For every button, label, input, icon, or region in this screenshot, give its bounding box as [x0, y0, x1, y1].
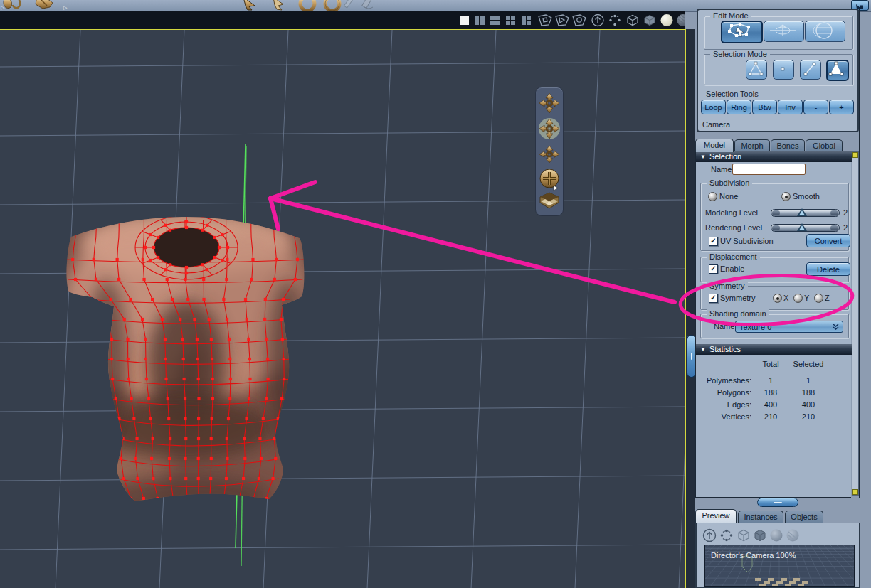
symmetry-group: Symmetry ✓ Symmetry X Y Z — [700, 286, 849, 310]
symmetry-z-label: Z — [825, 294, 830, 302]
scrollbar-down-arrow[interactable] — [852, 489, 858, 495]
selection-mode-group: Selection Mode — [704, 54, 853, 85]
layout-two-pane-icon[interactable] — [475, 16, 485, 25]
camera-orbit-icon[interactable] — [539, 118, 560, 139]
panel-scrollbar[interactable] — [852, 151, 859, 496]
symmetry-x-radio[interactable] — [773, 294, 782, 303]
tab-instances[interactable]: Instances — [738, 511, 783, 523]
camera-reference-cube-icon[interactable] — [540, 193, 559, 208]
3d-viewport[interactable] — [0, 29, 685, 588]
add-button-label: + — [839, 103, 843, 112]
rendering-level-slider[interactable] — [771, 224, 840, 232]
statistics-section-header[interactable]: ▼Statistics — [696, 344, 852, 355]
selection-section-header[interactable]: ▼Selection — [696, 151, 852, 162]
uv-subdivision-checkbox[interactable]: ✓ — [709, 237, 718, 246]
tool-flyout-arrow-icon[interactable] — [554, 186, 558, 191]
camera-shield-2-icon[interactable] — [556, 15, 569, 26]
solid-cube-icon[interactable] — [755, 530, 765, 541]
stats-row-label: Edges: — [696, 400, 751, 409]
displacement-enable-checkbox[interactable]: ✓ — [709, 264, 718, 274]
camera-shield-3-icon[interactable] — [573, 15, 586, 26]
ring-button-label: Ring — [731, 103, 747, 112]
selection-mode-edge-button[interactable] — [800, 60, 821, 80]
orbit-rotate-icon[interactable] — [609, 15, 620, 26]
stats-row-label: Polygons: — [696, 388, 751, 397]
rotate-tool-icon[interactable] — [4, 0, 20, 9]
tab-preview[interactable]: Preview — [695, 509, 737, 523]
invert-button[interactable]: Inv — [778, 100, 803, 114]
edit-mode-animation-button[interactable] — [764, 21, 804, 42]
solid-cube-icon[interactable] — [645, 16, 655, 26]
vertical-splitter[interactable] — [685, 29, 695, 588]
ring-button[interactable]: Ring — [727, 100, 751, 114]
orbit-rotate-icon[interactable] — [721, 530, 733, 542]
textured-sphere-icon[interactable] — [787, 530, 799, 542]
delete-button[interactable]: Delete — [806, 262, 850, 276]
collapse-triangle-icon[interactable]: ▼ — [700, 154, 706, 160]
cursor-select-icon[interactable] — [243, 0, 255, 10]
edit-mode-vertex-modeling-button[interactable] — [721, 21, 763, 43]
displacement-group: Displacement ✓ Enable Delete — [700, 257, 849, 282]
camera-track-icon[interactable] — [539, 146, 559, 163]
up-arrow-circle-icon[interactable] — [704, 530, 716, 542]
uv-subdivision-label: UV Subdivision — [720, 237, 774, 245]
up-arrow-circle-icon[interactable] — [592, 15, 603, 26]
selection-mode-polygon-button[interactable] — [826, 60, 849, 81]
preview-viewport[interactable]: Director's Camera 100% — [704, 545, 855, 587]
tab-global[interactable]: Global — [806, 139, 843, 152]
camera-section-label: Camera — [702, 120, 730, 129]
modeling-tool-panel: Edit Mode — [697, 9, 859, 132]
selection-name-input[interactable] — [732, 164, 806, 175]
tab-objects[interactable]: Objects — [785, 511, 823, 523]
convert-button[interactable]: Convert — [806, 234, 850, 247]
vertex-select-icon — [774, 60, 792, 77]
knife-tool-icon[interactable] — [344, 0, 354, 8]
symmetry-checkbox[interactable]: ✓ — [709, 294, 718, 303]
between-button[interactable]: Btw — [752, 100, 777, 114]
camera-pan-icon[interactable] — [539, 93, 559, 113]
symmetry-y-label: Y — [804, 294, 809, 302]
modeling-level-slider[interactable] — [771, 209, 840, 217]
selection-mode-vertex-button[interactable] — [773, 60, 794, 80]
flyout-arrow-icon[interactable]: ▷ — [1, 5, 4, 11]
loop-button-label: Loop — [704, 103, 722, 112]
scrollbar-up-arrow[interactable] — [852, 152, 858, 158]
layout-four-pane-icon[interactable] — [506, 16, 515, 25]
flyout-arrow-icon[interactable]: ▷ — [63, 5, 67, 11]
tab-morph[interactable]: Morph — [734, 139, 770, 152]
shading-domain-label: Shading domain — [707, 309, 769, 319]
collapse-triangle-icon[interactable]: ▼ — [700, 346, 706, 353]
displacement-enable-label: Enable — [720, 264, 744, 273]
shaded-sphere-icon[interactable] — [771, 530, 783, 542]
ring-3d-alt-icon[interactable] — [325, 0, 339, 11]
layout-custom-icon[interactable] — [522, 16, 531, 25]
move-tool-icon[interactable] — [36, 0, 53, 9]
symmetry-y-radio[interactable] — [793, 294, 803, 303]
layout-three-pane-icon[interactable] — [490, 16, 500, 25]
tab-model[interactable]: Model — [695, 139, 734, 152]
shaded-sphere-icon[interactable] — [661, 14, 673, 26]
wire-cube-icon[interactable] — [628, 16, 638, 26]
selection-header-label: Selection — [709, 152, 741, 161]
subdivision-smooth-radio[interactable] — [781, 192, 791, 201]
layout-single-icon[interactable] — [460, 16, 469, 25]
edit-mode-uv-mapping-button[interactable] — [805, 21, 845, 42]
horizontal-splitter-handle[interactable] — [757, 498, 798, 507]
add-selection-button[interactable]: + — [829, 100, 854, 114]
wire-cube-icon[interactable] — [739, 530, 749, 541]
camera-dolly-icon[interactable] — [540, 169, 559, 188]
cursor-direct-icon[interactable] — [273, 0, 283, 10]
loop-button[interactable]: Loop — [701, 100, 726, 114]
camera-shield-1-icon[interactable] — [539, 15, 551, 26]
textured-sphere-icon[interactable] — [677, 14, 686, 26]
selection-mode-polygon-outline-button[interactable] — [746, 60, 767, 80]
torso-mesh[interactable] — [64, 211, 310, 517]
scale-tool-icon[interactable] — [362, 0, 373, 9]
shading-domain-dropdown[interactable]: Texture 0 — [735, 321, 843, 333]
ring-3d-icon[interactable] — [300, 0, 315, 11]
symmetry-z-radio[interactable] — [814, 294, 823, 303]
tab-bones[interactable]: Bones — [771, 139, 805, 152]
subdivision-none-radio[interactable] — [708, 192, 717, 201]
subtract-selection-button[interactable]: - — [803, 100, 828, 114]
camera-tool-icons — [536, 87, 563, 215]
